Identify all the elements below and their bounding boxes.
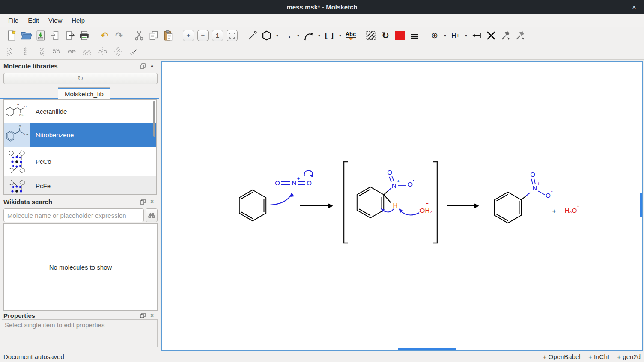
paste-button[interactable] [161, 28, 176, 43]
list-item-pcco[interactable]: PcCo [4, 147, 156, 176]
save-button[interactable] [33, 28, 48, 43]
optimize-all-button[interactable] [513, 28, 528, 43]
menu-edit[interactable]: Edit [23, 15, 44, 25]
svg-text:+: + [397, 179, 400, 184]
list-item-acetanilide[interactable]: H O CH₃ Acetanilide [4, 100, 156, 123]
menu-help[interactable]: Help [67, 15, 89, 25]
hatch-fill-tool[interactable] [364, 28, 378, 43]
color-picker-button[interactable] [393, 28, 407, 43]
delete-tool[interactable] [484, 28, 498, 43]
undo-button[interactable]: ↶ [97, 28, 112, 43]
menu-view[interactable]: View [44, 15, 67, 25]
reaction-arrow-dropdown[interactable]: ▾ [295, 28, 301, 43]
print-button[interactable] [77, 28, 92, 43]
align-vertical-center-button[interactable] [18, 45, 33, 58]
cut-button[interactable] [132, 28, 146, 43]
align-horizontal-center-button[interactable] [64, 45, 80, 58]
svg-text:O: O [546, 192, 551, 199]
set-angle-button[interactable] [126, 45, 141, 58]
float-panel-icon [140, 313, 146, 318]
hydrogen-tool[interactable]: H+ [448, 28, 463, 43]
copy-button[interactable] [146, 28, 161, 43]
lone-pair-arrow-icon [471, 30, 482, 41]
distribute-horizontal-button[interactable] [95, 45, 110, 58]
align-right-button[interactable] [33, 45, 49, 58]
align-vertical-center-icon [21, 47, 30, 56]
text-tool[interactable]: Abc [343, 28, 358, 43]
empty-results-text: No molecules to show [49, 264, 112, 271]
open-file-button[interactable] [19, 28, 33, 43]
molecule-search-input[interactable] [3, 208, 144, 222]
arenium-intermediate[interactable]: N + O O - H [357, 169, 414, 218]
list-item-nitrobenzene[interactable]: O OH Nitrobenzene [4, 123, 156, 147]
status-message: Document autosaved [3, 353, 537, 360]
list-item-pcfe[interactable]: PcFe [4, 176, 156, 195]
bracket-tool[interactable]: [ ] [322, 28, 337, 43]
align-bottom-icon [83, 47, 92, 56]
properties-close-button[interactable]: × [148, 312, 156, 319]
new-file-button[interactable] [4, 28, 19, 43]
properties-float-button[interactable] [139, 312, 146, 319]
search-button[interactable] [146, 208, 158, 222]
align-bottom-button[interactable] [80, 45, 95, 58]
library-list-scrollbar[interactable] [153, 101, 155, 137]
ring-tool[interactable] [259, 28, 274, 43]
optimize-structure-button[interactable] [498, 28, 513, 43]
zoom-fit-button[interactable] [225, 28, 239, 43]
nitrobenzene-product[interactable]: N + O O - [495, 171, 553, 223]
nitronium-ion[interactable]: O N + O [275, 176, 312, 187]
svg-text:H₃O: H₃O [565, 207, 577, 214]
water-base[interactable]: OH₂ − [420, 201, 432, 214]
molecule-library-list[interactable]: H O CH₃ Acetanilide O OH Nitrobenze [3, 99, 157, 195]
wikidata-results-area: No molecules to show [3, 223, 158, 311]
benzene-molecule[interactable] [239, 190, 266, 221]
mechanism-arrow-tool[interactable] [301, 28, 316, 43]
zoom-original-button[interactable]: 1 [210, 28, 225, 43]
drawing-canvas[interactable]: O N + O [161, 61, 643, 351]
charge-tool[interactable]: ⊕ [427, 28, 442, 43]
tab-molsketch-lib[interactable]: Molsketch_lib [58, 87, 110, 100]
redo-button[interactable]: ↷ [112, 28, 126, 43]
hydronium-byproduct[interactable]: + H₃O + [552, 204, 579, 214]
align-top-button[interactable] [49, 45, 64, 58]
export-button[interactable] [63, 28, 77, 43]
status-inchi: + InChI [588, 353, 609, 360]
charge-tool-dropdown[interactable]: ▾ [442, 28, 448, 43]
svg-text:O: O [19, 125, 21, 128]
cut-scissors-icon [134, 30, 145, 41]
hydrogen-tool-dropdown[interactable]: ▾ [463, 28, 469, 43]
zoom-in-button[interactable]: + [181, 28, 196, 43]
rotate-tool[interactable]: ↻ [378, 28, 393, 43]
reaction-arrow-tool[interactable]: → [280, 28, 295, 43]
distribute-vertical-button[interactable] [110, 45, 126, 58]
ring-tool-dropdown[interactable]: ▾ [274, 28, 280, 43]
libraries-close-button[interactable]: × [148, 62, 156, 70]
mechanism-arrow-dropdown[interactable]: ▾ [316, 28, 322, 43]
zoom-out-icon: − [197, 30, 209, 41]
import-button[interactable] [48, 28, 63, 43]
libraries-float-button[interactable] [139, 62, 146, 70]
menu-file[interactable]: File [3, 15, 23, 25]
hydrogen-plus-icon: H+ [451, 32, 460, 39]
window-close-button[interactable]: × [629, 3, 639, 12]
align-left-button[interactable] [3, 45, 18, 58]
align-left-icon [6, 47, 15, 56]
reaction-arrow-1[interactable] [300, 203, 333, 208]
zoom-out-button[interactable]: − [196, 28, 210, 43]
mechanism-arrows-step1[interactable] [270, 170, 313, 205]
svg-text:−: − [426, 201, 429, 206]
wikidata-float-button[interactable] [139, 198, 146, 205]
canvas-horizontal-scrollbar[interactable] [398, 348, 456, 350]
mechanism-arrows-step2[interactable] [381, 208, 419, 215]
bracket-tool-dropdown[interactable]: ▾ [337, 28, 343, 43]
window-title: mess.msk* - Molsketch [286, 3, 357, 11]
refresh-libraries-button[interactable]: ↻ [3, 73, 158, 84]
wikidata-close-button[interactable]: × [148, 198, 156, 205]
lone-pair-tool[interactable] [469, 28, 484, 43]
open-folder-icon [21, 30, 32, 41]
canvas-vertical-scrollbar[interactable] [640, 193, 642, 217]
line-width-button[interactable] [407, 28, 422, 43]
draw-bond-tool[interactable] [245, 28, 259, 43]
reaction-arrow-2[interactable] [447, 203, 479, 208]
svg-text:CH₃: CH₃ [19, 114, 23, 116]
